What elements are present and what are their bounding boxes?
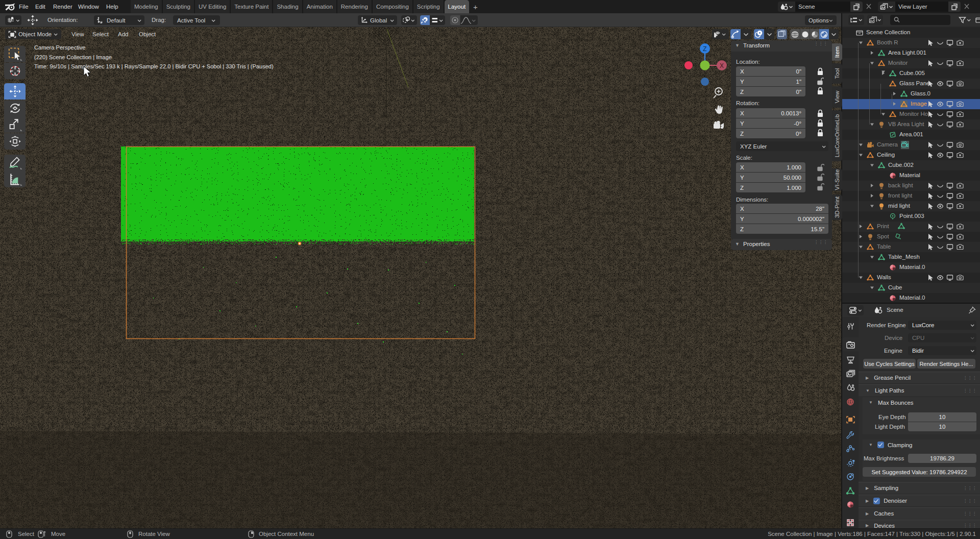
- svg-text:Z: Z: [703, 45, 706, 53]
- svg-text:X: X: [720, 62, 724, 69]
